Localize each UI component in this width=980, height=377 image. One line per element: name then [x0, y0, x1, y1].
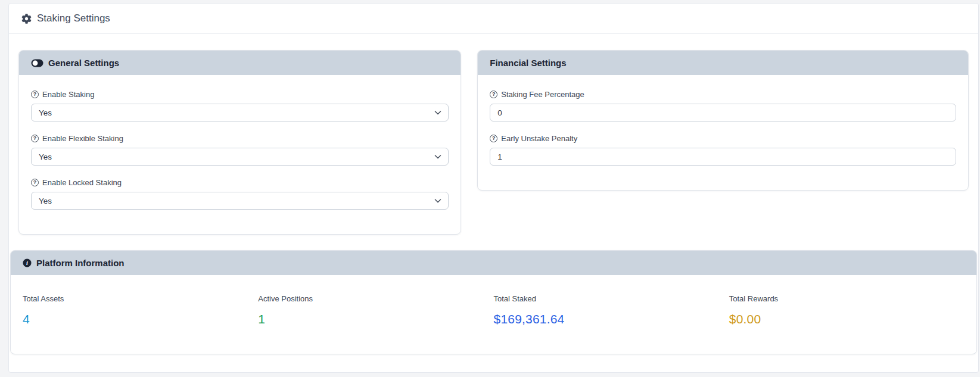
label-row: ? Enable Locked Staking	[31, 178, 449, 187]
field-label: Staking Fee Percentage	[501, 90, 584, 99]
select-wrap: Yes	[31, 104, 449, 121]
staking-settings-panel: Staking Settings General Settings ?	[8, 3, 979, 373]
stat-value: $169,361.64	[494, 312, 729, 326]
card-title: Financial Settings	[490, 58, 566, 68]
stat-value: 4	[23, 312, 258, 326]
label-row: ? Enable Flexible Staking	[31, 134, 449, 143]
stat-label: Total Staked	[494, 294, 729, 303]
question-circle-icon[interactable]: ?	[31, 135, 39, 142]
field-group-enable-locked-staking: ? Enable Locked Staking Yes	[31, 178, 449, 210]
label-row: ? Early Unstake Penalty	[490, 134, 956, 143]
stat-total-staked: Total Staked $169,361.64	[494, 294, 729, 326]
question-circle-icon[interactable]: ?	[490, 91, 497, 98]
panel-body: General Settings ? Enable Staking Yes	[9, 34, 978, 372]
stat-value: 1	[258, 312, 493, 326]
stat-value: $0.00	[729, 312, 965, 326]
general-settings-card: General Settings ? Enable Staking Yes	[18, 50, 461, 235]
financial-settings-body: ? Staking Fee Percentage ? Early Unstake…	[478, 75, 968, 190]
label-row: ? Enable Staking	[31, 90, 449, 99]
general-settings-body: ? Enable Staking Yes ?	[19, 75, 461, 234]
field-label: Early Unstake Penalty	[501, 134, 577, 143]
field-label: Enable Staking	[42, 90, 94, 99]
card-title: General Settings	[48, 58, 119, 68]
field-group-enable-staking: ? Enable Staking Yes	[31, 90, 449, 121]
stat-label: Total Assets	[23, 294, 258, 303]
early-unstake-penalty-input[interactable]	[490, 148, 956, 166]
general-settings-header: General Settings	[19, 51, 461, 75]
platform-information-header: i Platform Information	[11, 251, 976, 275]
toggle-icon	[31, 59, 43, 67]
label-row: ? Staking Fee Percentage	[490, 90, 956, 99]
question-circle-icon[interactable]: ?	[31, 179, 39, 186]
page-title: Staking Settings	[37, 13, 110, 24]
field-group-staking-fee-percentage: ? Staking Fee Percentage	[490, 90, 956, 121]
financial-settings-header: Financial Settings	[478, 51, 968, 75]
select-wrap: Yes	[31, 192, 449, 210]
field-label: Enable Locked Staking	[42, 178, 122, 187]
info-circle-icon: i	[23, 258, 32, 267]
stat-total-rewards: Total Rewards $0.00	[729, 294, 965, 326]
stat-label: Active Positions	[258, 294, 493, 303]
platform-information-body: Total Assets 4 Active Positions 1 Total …	[11, 275, 976, 354]
enable-locked-staking-select[interactable]: Yes	[31, 192, 449, 210]
staking-fee-percentage-input[interactable]	[490, 104, 956, 121]
enable-staking-select[interactable]: Yes	[31, 104, 449, 121]
platform-information-card: i Platform Information Total Assets 4 Ac…	[10, 250, 977, 354]
settings-row: General Settings ? Enable Staking Yes	[18, 50, 969, 235]
stat-total-assets: Total Assets 4	[23, 294, 258, 326]
question-circle-icon[interactable]: ?	[490, 135, 497, 142]
enable-flexible-staking-select[interactable]: Yes	[31, 148, 449, 166]
field-group-early-unstake-penalty: ? Early Unstake Penalty	[490, 134, 956, 166]
select-wrap: Yes	[31, 148, 449, 166]
svg-text:i: i	[26, 260, 28, 266]
gear-icon	[21, 14, 32, 24]
financial-settings-card: Financial Settings ? Staking Fee Percent…	[477, 50, 969, 191]
page-header: Staking Settings	[9, 4, 978, 34]
question-circle-icon[interactable]: ?	[31, 91, 39, 98]
stat-active-positions: Active Positions 1	[258, 294, 493, 326]
card-title: Platform Information	[36, 258, 125, 268]
stat-label: Total Rewards	[729, 294, 965, 303]
field-group-enable-flexible-staking: ? Enable Flexible Staking Yes	[31, 134, 449, 166]
field-label: Enable Flexible Staking	[42, 134, 123, 143]
